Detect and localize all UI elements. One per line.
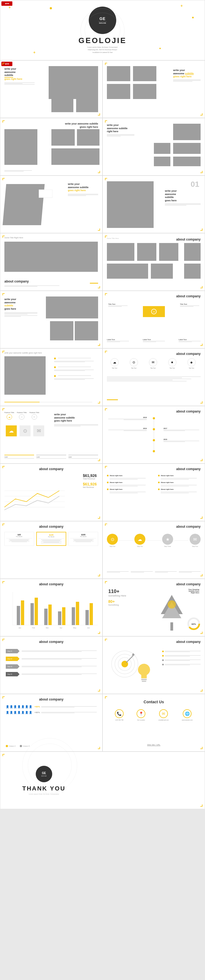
corner-br [200,574,203,576]
contact-email: ✉ email@mail.com [159,709,169,721]
gray-icon-box-1: ⊙ [19,425,30,436]
img-tl [107,66,130,81]
text-lines [107,134,135,136]
corner-br [98,747,100,749]
svg-rect-17 [90,603,93,625]
corner-tl [2,639,5,641]
list-item-1: About right here [107,475,149,476]
img-ml [154,143,170,154]
thank-you-slide: GE GEOLOJIE THANK YOU Lorem ipsum Dolor … [0,751,205,809]
skew-box [2,184,45,225]
small-label: Some Title Here [107,237,119,239]
text-area: write yourawesome subtitle gives right h… [173,69,200,82]
about-title: about company [176,294,200,298]
slide-5b: about company Some Title Here [102,233,205,291]
row-13: about company 👤 👤 👤 👤 👤 👤 👤 +60% [0,694,205,751]
svg-text:Jan: Jan [18,627,21,628]
slide-5a: Some Title Right Here about company [0,233,102,291]
row-12: about company Step 01 Step 02 [0,636,205,694]
gray-icon-box-2: ✉ [33,425,44,436]
row-5: Some Title Right Here about company abou… [0,233,205,291]
plus-bl: + [33,50,35,54]
slide-12a: about company Step 01 Step 02 [0,636,102,694]
corner-tl [2,293,5,295]
about-title: about company [39,582,64,586]
corner-br [98,229,100,231]
svg-rect-16 [85,610,89,625]
text-left: write yourawesome subtitleright here [107,124,135,137]
process-step-4: ✉ Step Four [190,534,200,547]
text-right: write yourawesome subtitlegoes right her… [68,183,98,196]
svg-rect-15 [76,602,79,625]
svg-rect-38 [142,681,146,682]
ring-deco-2 [85,13,120,48]
text-right: write your awesome subtitlegives right h… [38,123,98,129]
dot-3 [159,48,161,49]
img-br [173,157,200,166]
about-title: about company [39,640,64,644]
feature-2: Feature Title ⊙ [17,412,27,420]
corner-tl [2,697,5,698]
pricing-cols: $45 Per Month $195 Per Month $395 [5,532,98,546]
corner-br [200,805,203,807]
web-address: Web Site / URL [147,744,160,746]
svg-rect-10 [44,609,48,625]
item1 [54,355,98,362]
slide-13b: Contact Us 📞 +123 456 789 📍 Our Location… [102,694,205,751]
text-lines [165,204,200,205]
corner-tl [105,581,107,583]
svg-rect-24 [170,622,173,630]
top-features: Feature Title ☁ Feature Title ⊙ Feature … [5,412,39,420]
corner-tl [105,409,107,410]
thank-you-logo-circle: GE GEOLOJIE [36,766,52,782]
img-mr [173,143,200,154]
about-title: about company [176,352,200,356]
about-title: about company [39,525,64,528]
img-bm [151,264,173,278]
svg-rect-14 [72,607,75,625]
corner-tl [2,581,5,583]
dot-1 [50,7,52,10]
img-bl [50,321,74,340]
item3 [54,373,98,380]
img-bl [154,157,170,166]
subtitle-right: Your AmazingSubtitle GoesRight Here [172,589,199,593]
yellow-bar [90,283,98,283]
svg-rect-11 [48,605,52,625]
heading: write yourawesomesubtitlegoes here [5,298,37,311]
svg-text:Feb: Feb [32,627,35,628]
corner-br [200,401,203,404]
header-area: Some Title Right Here [5,237,98,239]
icon-item-2: ⊙ Title Text [126,358,141,369]
contact-icons-row: 📞 +123 456 789 📍 Our Location ✉ email@ma… [108,709,199,721]
img-br [51,148,99,165]
slide-heading: write yourawesomesubtitle [5,67,35,78]
dot-2 [192,17,194,18]
about-title: about company [39,467,64,471]
img-tr [133,66,156,81]
svg-rect-13 [62,607,66,625]
corner-br [98,689,100,692]
img-main [49,66,98,99]
contact-web: 🌐 www.website.com [182,709,193,721]
img-br [75,321,98,340]
bottom-lines [5,170,32,172]
slide-8b: about company 2018 2016 [102,406,205,463]
svg-text:May: May [73,627,76,628]
list-right: About right here About right here About … [158,475,200,494]
corner-br [200,171,203,173]
list-item-3: About right here [107,488,149,490]
right-items [162,650,200,666]
corner-tl [2,466,5,468]
step-descriptions [107,571,200,573]
list-item-2: About right here [107,482,149,483]
plus-tr: + [181,3,183,8]
img-bottom-r [76,99,98,112]
feature-1: Feature Title ☁ [5,412,14,420]
corner-tl [105,466,107,468]
process-step-2: ☁ Step Two [135,534,146,547]
slide-3b: write yourawesome subtitleright here [102,118,205,175]
process-step-1: ⊙ Step One [107,534,118,547]
list-item-4: About right here [158,475,200,476]
img-bottom-l [51,99,74,112]
